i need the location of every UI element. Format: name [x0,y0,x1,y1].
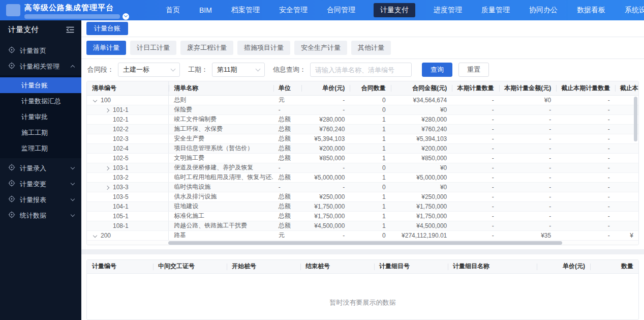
chevron-down-icon [256,67,261,72]
cell: 跨越公路、铁路施工干扰费 [169,221,273,230]
cell [615,192,638,201]
tab-daywork-measure[interactable]: 计日工计量 [130,41,176,55]
cell: - [499,153,557,163]
sidebar-item-supervision-period[interactable]: 监理工期 [0,140,81,156]
table-row[interactable]: 102-1竣工文件编制费总额¥280,0001¥280,000--- [87,114,638,124]
query-button[interactable]: 查询 [422,63,452,77]
table-row[interactable]: 108-1跨越公路、铁路施工干扰费总额¥4,500,0001¥4,500,000… [87,221,638,230]
cell: - [301,105,350,114]
sidebar-item-construction-period[interactable]: 施工工期 [0,125,81,140]
chevron-down-icon [171,67,176,72]
cell: - [556,163,615,172]
cell: ¥0 [499,95,557,105]
nav-item-home[interactable]: 首页 [165,3,181,17]
nav-item-contract[interactable]: 合同管理 [326,3,356,17]
cell: - [499,105,557,114]
scrollbar-thumb[interactable] [168,241,562,245]
caret-right-icon[interactable] [105,185,110,190]
cell: - [556,221,615,230]
table-row[interactable]: 200路基元-0¥274,112,190.01-¥35-¥ [87,230,638,240]
table-row[interactable]: 101-1保险费--0¥0--- [87,105,638,114]
table-row[interactable]: 103-1便道及便桥修建、养护及恢复--0¥0--- [87,163,638,172]
nav-item-measure-pay[interactable]: 计量支付 [374,3,415,17]
caret-right-icon[interactable] [105,108,110,112]
sidebar-item-measure-report[interactable]: 计量报表 [0,192,81,208]
nav-item-bim[interactable]: BIM [198,4,213,17]
caret-down-icon[interactable] [93,98,98,103]
column-header: 中间交工证号 [153,260,227,274]
sidebar-item-measure-mgmt[interactable]: 计量相关管理 [0,59,81,74]
sidebar-item-statistics[interactable]: 统计数据 [0,208,81,223]
sidebar-item-measure-ledger[interactable]: 计量台账 [0,77,81,93]
sidebar-item-measure-entry[interactable]: 计量录入 [0,160,81,176]
cell [615,143,638,153]
table-row[interactable]: 102-2施工环保、水保费总额¥760,2401¥760,240--- [87,124,638,134]
top-header: 高等级公路集成管理平台 首页BIM档案管理安全管理合同管理计量支付进度管理质量管… [0,0,644,20]
code-cell: 108-1 [87,221,169,230]
table-row[interactable]: 102-4项目信息管理系统（暂估价）总额¥200,0001¥200,000--- [87,143,638,153]
table-row[interactable]: 103-3临时供电设施--0¥0--- [87,182,638,192]
subtitle-dropdown-icon[interactable] [122,13,129,20]
cell: - [452,201,499,211]
horizontal-scrollbar[interactable] [87,241,638,245]
cell: - [556,95,615,105]
cell: ¥34,564,674 [391,95,452,105]
tab-abandoned-measure[interactable]: 废弃工程计量 [180,41,233,55]
nav-item-collab[interactable]: 协同办公 [528,3,559,17]
caret-right-icon[interactable] [105,166,110,170]
table-row[interactable]: 103-5供水及排污设施总额¥250,0001¥250,000--- [87,192,638,201]
cell: - [499,114,557,124]
reset-button[interactable]: 重置 [458,63,489,77]
cell: - [452,114,499,124]
cell: - [499,143,557,153]
sidebar-item-measure-summary[interactable]: 计量数据汇总 [0,93,81,109]
search-input[interactable] [310,63,412,77]
cell: 总额 [273,124,301,134]
cell: - [556,182,615,192]
caret-spacer [105,205,110,209]
tab-safety-measure[interactable]: 安全生产计量 [294,41,347,55]
collapse-sidebar-icon[interactable] [66,26,74,33]
cell: ¥ [615,230,638,240]
cell: - [452,230,499,240]
nav-item-progress[interactable]: 进度管理 [433,3,463,17]
sidebar: 计量支付 计量首页计量相关管理计量台账计量数据汇总计量审批施工工期监理工期计量录… [0,20,81,320]
cell: 总额 [273,192,301,201]
menu-icon [8,62,15,71]
table-row[interactable]: 102-3安全生产费总额¥5,394,1031¥5,394,103--- [87,134,638,143]
table-row[interactable]: 104-1驻地建设总额¥1,750,0001¥1,750,000--- [87,201,638,211]
nav-item-archives[interactable]: 档案管理 [230,3,261,17]
cell: - [301,182,350,192]
sidebar-item-measure-approval[interactable]: 计量审批 [0,109,81,125]
table-row[interactable]: 102-5文明施工费总额¥850,0001¥850,000--- [87,153,638,163]
table-row[interactable]: 103-2临时工程用地租用及清理、恢复与还...总额¥5,000,0001¥5,… [87,172,638,182]
app-title: 高等级公路集成管理平台 [24,3,129,12]
tab-list-measure[interactable]: 清单计量 [86,41,126,55]
nav-item-quality[interactable]: 质量管理 [480,3,511,17]
brand-block: 高等级公路集成管理平台 [6,1,151,20]
nav-item-dashboard[interactable]: 数据看板 [576,3,606,17]
ledger-table-body: 100总则元-0¥34,564,674-¥0-101-1保险费--0¥0---1… [87,95,638,240]
vertical-scrollbar[interactable] [634,97,637,141]
contract-select[interactable]: 土建一标 [118,63,180,77]
table-row[interactable]: 100总则元-0¥34,564,674-¥0- [87,95,638,105]
tab-other-measure[interactable]: 其他计量 [351,41,391,55]
table-row[interactable]: 105-1标准化施工总额¥1,750,0001¥1,750,000--- [87,211,638,221]
cell: 总额 [273,201,301,211]
tab-measure-items[interactable]: 措施项目计量 [237,41,290,55]
cell: ¥280,000 [301,114,350,124]
column-header: 合同数量 [350,81,390,95]
code-cell: 102-4 [87,143,169,153]
nav-item-safety[interactable]: 安全管理 [278,3,309,17]
sidebar-item-measure-home[interactable]: 计量首页 [0,43,81,59]
nav-item-settings[interactable]: 系统设定 [624,3,644,17]
cell: ¥760,240 [391,124,452,134]
cell [615,163,638,172]
caret-down-icon[interactable] [93,234,98,238]
cell: - [556,114,615,124]
period-select[interactable]: 第11期 [212,63,265,77]
page-tab-ledger[interactable]: 计量台账 [86,22,128,35]
sidebar-item-measure-change[interactable]: 计量变更 [0,176,81,192]
cell: ¥760,240 [301,124,350,134]
cell [615,201,638,211]
